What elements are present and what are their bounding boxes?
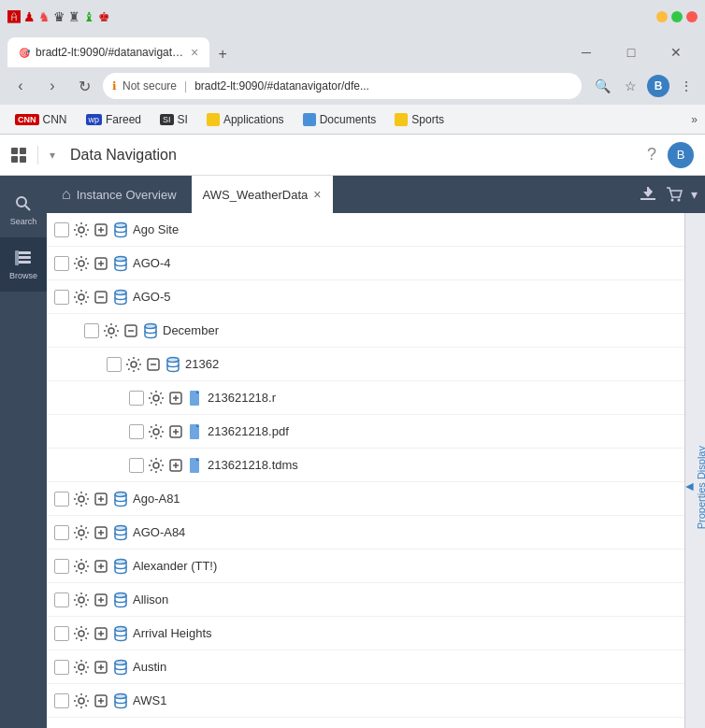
row-checkbox[interactable] bbox=[54, 559, 69, 574]
gear-icon[interactable] bbox=[148, 390, 165, 407]
help-button[interactable]: ? bbox=[647, 145, 656, 164]
bookmark-documents[interactable]: Documents bbox=[295, 111, 384, 128]
minimize-win-button[interactable]: ─ bbox=[565, 37, 608, 67]
svg-point-11 bbox=[678, 199, 681, 202]
expand-icon[interactable] bbox=[94, 559, 108, 574]
gear-icon[interactable] bbox=[73, 625, 90, 642]
gear-icon[interactable] bbox=[73, 659, 90, 676]
sidebar-item-search[interactable]: Search bbox=[0, 183, 47, 237]
row-checkbox[interactable] bbox=[129, 424, 144, 439]
more-bookmarks-button[interactable]: » bbox=[691, 113, 698, 126]
row-checkbox[interactable] bbox=[129, 458, 144, 473]
tree-row: Arrival Heights bbox=[47, 617, 684, 650]
expand-icon[interactable] bbox=[94, 626, 108, 641]
row-checkbox[interactable] bbox=[54, 626, 69, 641]
expand-icon[interactable] bbox=[94, 660, 108, 675]
gear-icon[interactable] bbox=[73, 491, 90, 507]
sports-favicon bbox=[395, 113, 408, 126]
database-icon bbox=[112, 255, 129, 272]
gear-icon[interactable] bbox=[148, 423, 165, 440]
gear-icon[interactable] bbox=[103, 322, 120, 339]
window-controls-right[interactable]: ─ □ ✕ bbox=[565, 37, 698, 67]
svg-point-26 bbox=[108, 328, 114, 334]
gear-icon[interactable] bbox=[73, 255, 90, 272]
bookmark-sports[interactable]: Sports bbox=[387, 111, 452, 128]
window-controls[interactable] bbox=[656, 11, 698, 22]
svg-point-22 bbox=[79, 294, 84, 300]
bookmark-si[interactable]: SI SI bbox=[152, 111, 195, 128]
row-checkbox[interactable] bbox=[54, 256, 69, 271]
collapse-icon[interactable] bbox=[94, 290, 108, 305]
row-checkbox[interactable] bbox=[54, 693, 69, 708]
address-input[interactable]: ℹ Not secure | bradt2-lt:9090/#datanavig… bbox=[103, 73, 582, 99]
row-checkbox[interactable] bbox=[54, 525, 69, 540]
row-checkbox[interactable] bbox=[54, 660, 69, 675]
svg-marker-9 bbox=[643, 192, 653, 197]
expand-icon[interactable] bbox=[94, 525, 108, 540]
gear-icon[interactable] bbox=[73, 558, 90, 575]
grid-icon[interactable] bbox=[11, 148, 26, 163]
svg-point-61 bbox=[115, 525, 126, 530]
minimize-button[interactable] bbox=[656, 11, 668, 22]
row-checkbox[interactable] bbox=[54, 290, 69, 305]
tab-dropdown-icon[interactable]: ▾ bbox=[691, 187, 698, 202]
cart-icon[interactable] bbox=[665, 185, 683, 204]
expand-icon[interactable] bbox=[168, 424, 183, 439]
tab-close-button[interactable]: × bbox=[191, 45, 198, 60]
gear-icon[interactable] bbox=[73, 289, 90, 306]
properties-arrow-icon: ◄ bbox=[683, 478, 697, 493]
restore-win-button[interactable]: □ bbox=[610, 37, 653, 67]
bookmark-fareed[interactable]: wp Fareed bbox=[79, 111, 150, 128]
collapse-icon[interactable] bbox=[146, 357, 161, 372]
gear-icon[interactable] bbox=[73, 524, 90, 541]
expand-icon[interactable] bbox=[94, 693, 108, 708]
row-checkbox[interactable] bbox=[129, 391, 144, 406]
profile-icon[interactable]: B bbox=[647, 75, 669, 97]
row-checkbox[interactable] bbox=[54, 492, 69, 507]
row-checkbox[interactable] bbox=[54, 592, 69, 607]
new-tab-button[interactable]: + bbox=[209, 41, 236, 67]
chevron-down-icon[interactable]: ▾ bbox=[50, 149, 55, 162]
item-label: Alexander (TT!) bbox=[133, 559, 217, 573]
bookmark-cnn[interactable]: CNN CNN bbox=[7, 111, 75, 128]
expand-icon[interactable] bbox=[94, 222, 108, 237]
close-active-tab-button[interactable]: × bbox=[313, 187, 321, 202]
expand-icon[interactable] bbox=[94, 256, 108, 271]
browser-tab[interactable]: 🎯 bradt2-lt:9090/#datanavigator/dfe... × bbox=[7, 37, 209, 67]
svg-point-0 bbox=[17, 197, 26, 207]
active-tab[interactable]: AWS_WeatherData × bbox=[192, 176, 333, 213]
refresh-button[interactable]: ↻ bbox=[71, 73, 97, 99]
maximize-button[interactable] bbox=[671, 11, 683, 22]
close-button[interactable] bbox=[686, 11, 698, 22]
search-icon[interactable]: 🔍 bbox=[591, 75, 613, 97]
row-checkbox[interactable] bbox=[107, 357, 122, 372]
collapse-icon[interactable] bbox=[123, 323, 138, 338]
more-menu-icon[interactable]: ⋮ bbox=[675, 75, 698, 97]
favicon-7: ♚ bbox=[98, 9, 110, 24]
instance-overview-tab[interactable]: ⌂ Instance Overview bbox=[47, 176, 192, 213]
bookmark-applications[interactable]: Applications bbox=[199, 111, 292, 128]
properties-display-panel[interactable]: ◄ Properties Display bbox=[684, 213, 705, 728]
profile-avatar[interactable]: B bbox=[668, 142, 694, 168]
gear-icon[interactable] bbox=[73, 692, 90, 709]
row-checkbox[interactable] bbox=[54, 222, 69, 237]
gear-icon[interactable] bbox=[73, 221, 90, 238]
main-layout: Search Browse ⌂ Instance Overview AWS_We… bbox=[0, 176, 705, 728]
back-button[interactable]: ‹ bbox=[7, 73, 34, 99]
expand-icon[interactable] bbox=[94, 592, 108, 607]
forward-button[interactable]: › bbox=[39, 73, 65, 99]
properties-display-label[interactable]: Properties Display bbox=[696, 438, 705, 536]
expand-icon[interactable] bbox=[168, 458, 183, 473]
sidebar-item-browse[interactable]: Browse bbox=[0, 237, 47, 292]
row-checkbox[interactable] bbox=[84, 323, 99, 338]
gear-icon[interactable] bbox=[125, 356, 142, 373]
download-icon[interactable] bbox=[639, 185, 657, 204]
expand-icon[interactable] bbox=[94, 492, 108, 507]
gear-icon[interactable] bbox=[148, 457, 165, 474]
tree-row: Alexander (TT!) bbox=[47, 550, 684, 583]
expand-icon[interactable] bbox=[168, 391, 183, 406]
bookmark-star-icon[interactable]: ☆ bbox=[619, 75, 641, 97]
gear-icon[interactable] bbox=[73, 592, 90, 608]
app-title: Data Navigation bbox=[70, 147, 177, 164]
close-win-button[interactable]: ✕ bbox=[655, 37, 698, 67]
